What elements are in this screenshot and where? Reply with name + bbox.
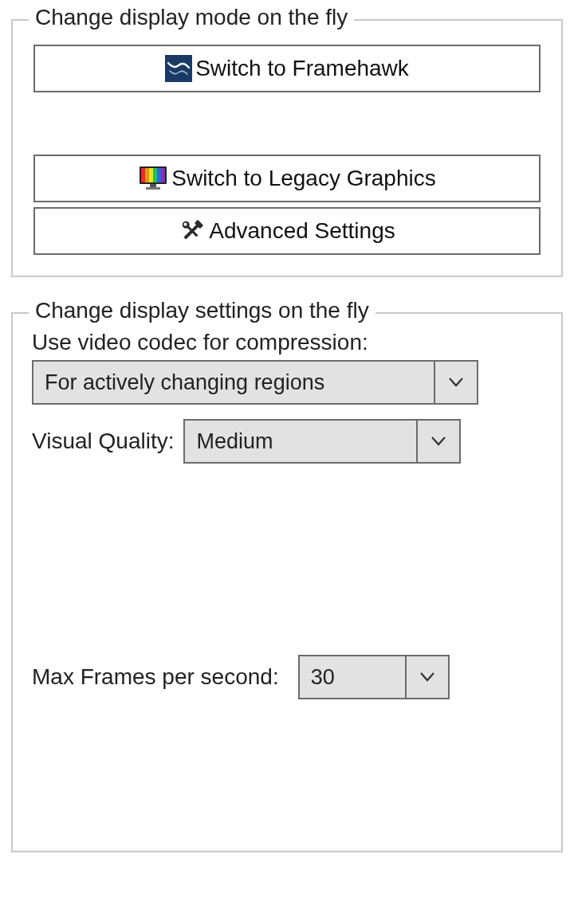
chevron-down-icon xyxy=(416,421,459,462)
svg-rect-3 xyxy=(141,168,145,182)
group-display-settings: Change display settings on the fly Use v… xyxy=(11,312,563,852)
visual-quality-value: Medium xyxy=(185,421,416,462)
svg-rect-10 xyxy=(146,187,160,190)
advanced-settings-button[interactable]: Advanced Settings xyxy=(33,207,541,255)
switch-to-legacy-graphics-button[interactable]: Switch to Legacy Graphics xyxy=(33,155,541,202)
visual-quality-label: Visual Quality: xyxy=(32,429,174,454)
group-display-mode: Change display mode on the fly Switch to… xyxy=(11,19,563,277)
video-codec-value: For actively changing regions xyxy=(33,362,434,403)
svg-rect-4 xyxy=(145,168,149,182)
advanced-settings-label: Advanced Settings xyxy=(209,218,395,244)
switch-to-framehawk-label: Switch to Framehawk xyxy=(195,56,409,81)
video-codec-label: Use video codec for compression: xyxy=(32,330,542,355)
svg-rect-0 xyxy=(165,55,192,82)
max-fps-label: Max Frames per second: xyxy=(32,664,279,690)
svg-rect-6 xyxy=(153,168,157,182)
chevron-down-icon xyxy=(405,656,448,698)
framehawk-icon xyxy=(165,55,192,82)
svg-rect-9 xyxy=(150,184,156,187)
visual-quality-combo[interactable]: Medium xyxy=(183,419,461,464)
group-display-settings-title: Change display settings on the fly xyxy=(29,298,375,323)
video-codec-combo[interactable]: For actively changing regions xyxy=(32,360,478,405)
max-fps-combo[interactable]: 30 xyxy=(298,655,450,699)
tools-icon xyxy=(179,217,206,245)
switch-to-framehawk-button[interactable]: Switch to Framehawk xyxy=(33,45,541,92)
svg-rect-5 xyxy=(149,168,153,182)
switch-to-legacy-graphics-label: Switch to Legacy Graphics xyxy=(171,166,436,191)
monitor-color-icon xyxy=(138,165,168,192)
max-fps-value: 30 xyxy=(300,656,405,698)
chevron-down-icon xyxy=(434,362,477,403)
group-display-mode-title: Change display mode on the fly xyxy=(29,5,354,30)
svg-rect-8 xyxy=(161,168,165,182)
svg-rect-7 xyxy=(157,168,161,182)
